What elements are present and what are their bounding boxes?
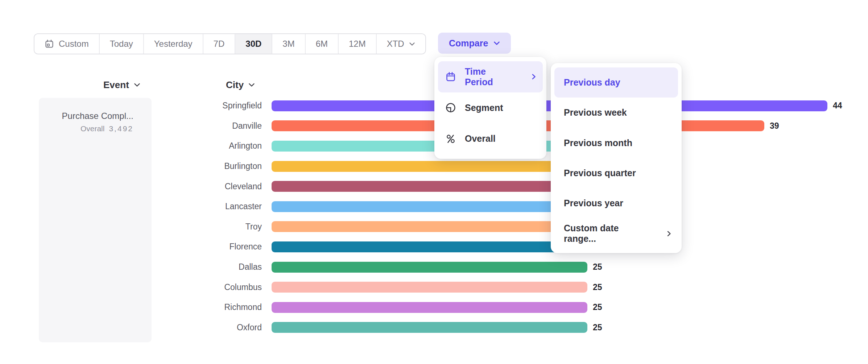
menu-item-label: Time Period [465, 66, 514, 87]
menu-item-previous-month[interactable]: Previous month [554, 128, 678, 158]
toolbar-button-label: Yesterday [154, 39, 193, 49]
compare-button-label: Compare [449, 38, 488, 49]
menu-item-custom-date-range[interactable]: Custom date range... [554, 218, 678, 248]
menu-item-label: Custom date range... [564, 223, 649, 244]
toolbar-button-label: XTD [387, 39, 404, 49]
bar-row-florence: Florence [0, 237, 842, 257]
city-column-header[interactable]: City [226, 79, 255, 91]
menu-item-label: Segment [465, 103, 503, 113]
city-header-label: City [226, 79, 244, 91]
toolbar-button-3m[interactable]: 3M [272, 34, 305, 54]
toolbar-button-yesterday[interactable]: Yesterday [143, 34, 203, 54]
bar[interactable] [272, 100, 827, 111]
bar-value: 39 [770, 121, 779, 131]
bar-label: Lancaster [0, 202, 262, 211]
toolbar-button-7d[interactable]: 7D [203, 34, 235, 54]
toolbar-button-12m[interactable]: 12M [338, 34, 376, 54]
toolbar-button-label: 30D [245, 39, 261, 49]
bar-label: Troy [0, 222, 262, 232]
bar-label: Danville [0, 121, 262, 131]
bar-row-danville: Danville 39 [0, 116, 842, 136]
toolbar-button-label: 3M [282, 39, 294, 49]
date-range-toolbar: Custom Today Yesterday 7D 30D 3M 6M 12M … [34, 33, 426, 54]
compare-dropdown-menu: Time Period Segment [434, 57, 546, 159]
bar-label: Springfield [0, 101, 262, 111]
toolbar-button-label: 7D [214, 39, 225, 49]
chevron-down-icon [409, 42, 415, 46]
segment-icon [445, 102, 456, 113]
menu-item-label: Previous week [564, 107, 627, 118]
bar-row-troy: Troy [0, 217, 842, 237]
bar-label: Cleveland [0, 182, 262, 191]
toolbar-button-6m[interactable]: 6M [305, 34, 338, 54]
bar-value: 25 [593, 323, 602, 332]
bar-value: 44 [833, 101, 842, 111]
bar-label: Burlington [0, 161, 262, 171]
bar-row-lancaster: Lancaster [0, 197, 842, 217]
bar[interactable] [272, 322, 587, 333]
bar-label: Dallas [0, 262, 262, 272]
bar-row-cleveland: Cleveland [0, 176, 842, 197]
menu-item-previous-quarter[interactable]: Previous quarter [554, 158, 678, 188]
bar-row-columbus: Columbus 25 [0, 277, 842, 297]
bar-label: Oxford [0, 323, 262, 332]
toolbar-button-custom[interactable]: Custom [34, 34, 99, 54]
menu-item-label: Previous year [564, 198, 623, 208]
toolbar-button-label: 6M [316, 39, 328, 49]
calendar-icon [45, 39, 54, 49]
menu-item-time-period[interactable]: Time Period [438, 61, 543, 92]
chevron-down-icon [134, 83, 140, 87]
bar-value: 25 [593, 302, 602, 312]
toolbar-button-label: Today [110, 39, 133, 49]
bar-row-springfield: Springfield 44 [0, 96, 842, 116]
chevron-down-icon [248, 83, 255, 87]
toolbar-button-label: 12M [349, 39, 366, 49]
bar[interactable] [272, 302, 587, 313]
chevron-right-icon [532, 73, 536, 80]
analytics-screen: Custom Today Yesterday 7D 30D 3M 6M 12M … [0, 0, 868, 364]
percent-icon [445, 133, 456, 144]
bar-label: Arlington [0, 141, 262, 151]
menu-item-previous-week[interactable]: Previous week [554, 98, 678, 128]
toolbar-button-30d[interactable]: 30D [235, 34, 272, 54]
menu-item-label: Previous quarter [564, 168, 636, 178]
time-period-submenu: Previous day Previous week Previous mont… [551, 63, 682, 253]
bar-value: 25 [593, 262, 602, 272]
bar-row-oxford: Oxford 25 [0, 318, 842, 338]
bar[interactable] [272, 262, 587, 273]
bar-row-dallas: Dallas 25 [0, 257, 842, 277]
menu-item-segment[interactable]: Segment [438, 92, 543, 124]
chevron-down-icon [493, 41, 500, 46]
bar-row-richmond: Richmond 25 [0, 297, 842, 318]
event-header-label: Event [103, 79, 129, 91]
bar-row-burlington: Burlington [0, 156, 842, 177]
bar-label: Columbus [0, 282, 262, 292]
event-column-header[interactable]: Event [103, 79, 140, 91]
calendar-icon [445, 71, 456, 82]
bar-label: Richmond [0, 302, 262, 312]
chevron-right-icon [667, 230, 671, 237]
toolbar-button-label: Custom [59, 39, 89, 49]
menu-item-label: Previous day [564, 77, 620, 88]
bar[interactable] [272, 282, 587, 293]
compare-button[interactable]: Compare [438, 33, 511, 54]
menu-item-label: Overall [465, 133, 496, 144]
menu-item-overall[interactable]: Overall [438, 123, 543, 154]
menu-item-previous-year[interactable]: Previous year [554, 188, 678, 218]
menu-item-previous-day[interactable]: Previous day [554, 67, 678, 98]
bar-value: 25 [593, 282, 602, 292]
toolbar-button-today[interactable]: Today [99, 34, 143, 54]
bar-row-arlington: Arlington [0, 136, 842, 156]
menu-item-label: Previous month [564, 138, 632, 148]
bar-chart: Springfield 44 Danville 39 Arlington Bur… [0, 96, 842, 338]
toolbar-button-xtd[interactable]: XTD [376, 34, 425, 54]
bar-label: Florence [0, 242, 262, 252]
